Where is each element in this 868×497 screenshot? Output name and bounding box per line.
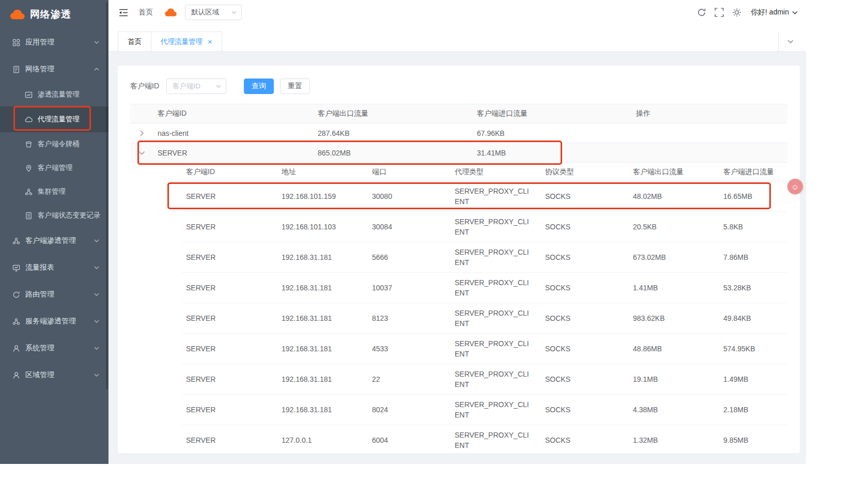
region-user-icon [12,371,20,379]
sub-cell-client-id: SERVER [182,345,277,353]
chevron-down-icon [94,347,99,350]
sub-cell-client-id: SERVER [182,375,277,383]
sidebar-scrollbar[interactable] [106,2,108,390]
sub-table-row: SERVER 192.168.31.181 8123 SERVER_PROXY_… [182,303,787,334]
sub-cell-proxy-type: SERVER_PROXY_CLIENT [451,216,541,238]
sidebar-item-label: 网络管理 [25,65,54,74]
sub-cell-in-traffic: 574.95KB [719,345,787,353]
tab-home[interactable]: 首页 [118,32,151,51]
app-logo: 网络渗透 [0,0,109,29]
client-id-placeholder: 客户端ID [173,82,200,91]
sidebar-item-client-management[interactable]: 客户端管理 [0,156,109,180]
region-select-value: 默认区域 [191,8,219,17]
sub-table-row: SERVER 192.168.31.181 10037 SERVER_PROXY… [182,273,787,303]
chevron-down-icon [94,239,99,242]
table-header: 客户端ID 客户端出口流量 客户端进口流量 操作 [130,104,787,123]
breadcrumb-home[interactable]: 首页 [138,8,153,17]
sidebar-item-penetration-traffic[interactable]: 渗透流量管理 [0,83,109,106]
sub-cell-in-traffic: 2.18MB [719,406,787,414]
cell-client-id: nas-client [153,129,314,137]
collapse-row-icon[interactable] [140,150,144,156]
search-button[interactable]: 查询 [244,79,274,94]
sub-cell-protocol: SOCKS [541,406,629,414]
refresh-icon[interactable] [697,8,706,17]
sub-cell-protocol: SOCKS [541,253,629,261]
sub-cell-port: 5666 [368,253,451,261]
cell-in-traffic: 31.41MB [473,149,632,157]
chevron-down-icon [94,266,99,269]
sidebar-item-route-management[interactable]: 路由管理 [0,281,109,308]
sub-cell-protocol: SOCKS [541,314,629,322]
user-menu[interactable]: 你好! admin [751,8,798,17]
sidebar-item-label: 应用管理 [25,38,54,47]
sub-cell-proxy-type: SERVER_PROXY_CLIENT [451,399,541,421]
theme-sun-icon[interactable] [732,8,741,17]
sub-cell-address: 192.168.31.181 [277,406,368,414]
cloud-shortcut-icon[interactable] [164,8,177,17]
sidebar-item-label: 流量报表 [25,263,54,272]
cell-client-id: SERVER [153,149,314,157]
topbar: 首页 默认区域 你好! admin [109,0,806,25]
sidebar-item-app-management[interactable]: 应用管理 [0,29,109,56]
chevron-down-icon [231,11,237,14]
sidebar-item-label: 客户端令牌桶 [38,139,80,149]
sub-cell-proxy-type: SERVER_PROXY_CLIENT [451,277,541,299]
reset-button[interactable]: 重置 [280,79,310,94]
region-select[interactable]: 默认区域 [185,5,242,20]
sub-cell-in-traffic: 9.85MB [719,436,787,444]
sidebar-item-label: 客户端状态变更记录 [38,211,101,220]
sub-cell-port: 30080 [368,192,451,200]
sub-header-address: 地址 [277,167,368,177]
sub-cell-client-id: SERVER [182,223,277,231]
fullscreen-icon[interactable] [715,8,724,17]
sub-cell-port: 6004 [368,436,451,444]
sidebar-item-proxy-traffic[interactable]: 代理流量管理 [0,106,109,132]
app-grid-icon [12,39,20,46]
chevron-down-icon [94,293,99,296]
tab-close-icon[interactable]: × [208,38,212,45]
client-id-select[interactable]: 客户端ID [166,79,226,94]
sub-cell-address: 127.0.0.1 [277,436,368,444]
sidebar-item-system-management[interactable]: 系统管理 [0,335,109,362]
sub-cell-out-traffic: 48.86MB [629,345,719,353]
sidebar-item-network-management[interactable]: 网络管理 [0,56,109,83]
tab-label: 首页 [128,37,142,46]
header-out-traffic: 客户端出口流量 [314,109,473,118]
sub-cell-out-traffic: 1.41MB [629,284,719,292]
sub-cell-client-id: SERVER [182,436,277,444]
sidebar-item-client-penetration[interactable]: 客户端渗透管理 [0,227,109,254]
sub-cell-port: 22 [368,375,451,383]
tab-proxy-traffic[interactable]: 代理流量管理 × [151,32,222,51]
sub-table-row: SERVER 127.0.0.1 6004 SERVER_PROXY_CLIEN… [182,425,787,453]
sub-header-protocol: 协议类型 [541,167,629,177]
sidebar-item-client-token-bucket[interactable]: 客户端令牌桶 [0,132,109,156]
filter-bar: 客户端ID 客户端ID 查询 重置 [130,78,787,95]
sub-cell-in-traffic: 1.49MB [719,375,787,383]
sub-cell-proxy-type: SERVER_PROXY_CLIENT [451,308,541,329]
tab-options-chevron[interactable] [778,32,802,51]
floating-badge[interactable]: ☺ [787,179,803,194]
sub-cell-port: 8123 [368,314,451,322]
sub-cell-in-traffic: 5.8KB [719,223,787,231]
sub-cell-client-id: SERVER [182,253,277,261]
sub-table-header: 客户端ID 地址 端口 代理类型 协议类型 客户端出口流量 客户端进口流量 [182,163,787,181]
sidebar-collapse-icon[interactable] [119,9,128,17]
sidebar-item-server-penetration[interactable]: 服务端渗透管理 [0,308,109,335]
sub-cell-address: 192.168.31.181 [277,375,368,383]
sidebar-item-label: 客户端渗透管理 [25,236,76,245]
cell-out-traffic: 287.64KB [314,129,473,137]
sidebar-item-client-status-log[interactable]: 客户端状态变更记录 [0,204,109,227]
sidebar-item-traffic-report[interactable]: 流量报表 [0,254,109,281]
sidebar-item-cluster-management[interactable]: 集群管理 [0,180,109,204]
table-row-expanded: SERVER 865.02MB 31.41MB [130,143,787,163]
cell-out-traffic: 865.02MB [314,149,473,157]
sub-cell-out-traffic: 1.32MB [629,436,719,444]
sub-header-proxy-type: 代理类型 [451,167,541,177]
cluster-nodes-icon [12,237,20,245]
sub-cell-out-traffic: 673.02MB [629,253,719,261]
sub-cell-out-traffic: 48.02MB [629,192,719,200]
header-in-traffic: 客户端进口流量 [473,109,632,118]
header-actions: 操作 [632,109,787,118]
expand-row-icon[interactable] [140,130,144,136]
sidebar-item-region-management[interactable]: 区域管理 [0,362,109,389]
